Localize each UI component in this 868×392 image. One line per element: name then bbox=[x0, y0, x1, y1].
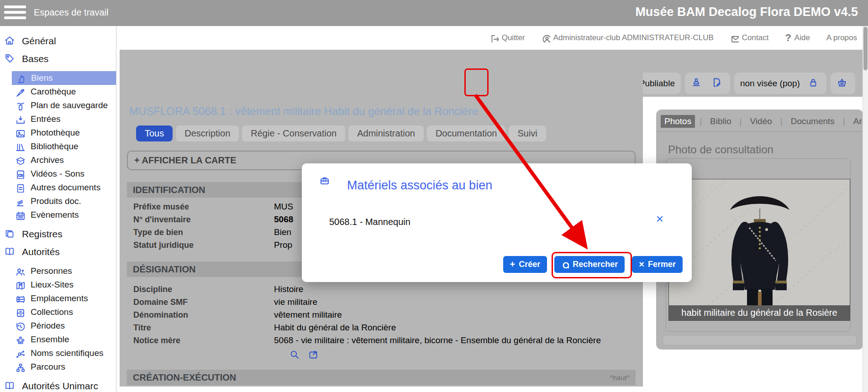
tab-tous[interactable]: Tous bbox=[136, 125, 173, 141]
search-icon bbox=[561, 261, 569, 268]
sign-document-icon[interactable] bbox=[711, 77, 724, 90]
basket-icon[interactable] bbox=[836, 77, 849, 90]
sidebar-item-personnes[interactable]: Personnes bbox=[12, 264, 116, 278]
about-link[interactable]: A propos bbox=[826, 33, 857, 42]
sidebar-item-lieux-sites[interactable]: Lieux-Sites bbox=[12, 278, 116, 292]
quit-link[interactable]: Quitter bbox=[490, 33, 525, 42]
stamp-icon[interactable] bbox=[691, 77, 704, 90]
tab-administration[interactable]: Administration bbox=[348, 125, 424, 141]
menu-icon[interactable] bbox=[4, 5, 26, 21]
sidebar-item-autorites-unimarc[interactable]: Autorités Unimarc bbox=[0, 377, 116, 392]
notice-mere-actions bbox=[289, 349, 320, 361]
workspace-label[interactable]: Espaces de travail bbox=[34, 7, 108, 18]
contact-link[interactable]: Contact bbox=[730, 33, 769, 42]
photo-caption: habit militaire du général de la Rosière bbox=[669, 305, 850, 320]
question-icon: ? bbox=[785, 32, 791, 44]
tab-suivi[interactable]: Suivi bbox=[509, 125, 546, 141]
tab-divider: | bbox=[740, 116, 742, 126]
app-title: Musée BAM Decalog Flora DEMO v4.5 bbox=[635, 5, 858, 19]
sidebar-item-periodes[interactable]: Périodes bbox=[12, 319, 116, 333]
field-row: Notice mère 5068 - vie militaire : vêtem… bbox=[133, 335, 601, 346]
sidebar-item-bases[interactable]: Bases bbox=[0, 50, 116, 68]
sidebar-item-entrees[interactable]: Entrées bbox=[12, 112, 116, 126]
sidebar-item-produits-doc[interactable]: Produits doc. bbox=[12, 194, 116, 208]
photo-frame[interactable]: habit militaire du général de la Rosière bbox=[668, 179, 850, 321]
sidebar-item-parcours[interactable]: Parcours bbox=[12, 360, 116, 374]
sidebar-item-plan-sauvegarde[interactable]: Plan de sauvegarde bbox=[12, 99, 116, 112]
create-button[interactable]: + Créer bbox=[503, 256, 547, 273]
sidebar-item-carotheque[interactable]: Carothèque bbox=[12, 85, 116, 99]
tab-documentation[interactable]: Documentation bbox=[427, 125, 506, 141]
sidebar-item-autres-documents[interactable]: Autres documents bbox=[12, 181, 116, 194]
calendar-icon bbox=[15, 210, 25, 220]
sidebar-item-emplacements[interactable]: Emplacements bbox=[12, 292, 116, 305]
lock-icon[interactable] bbox=[808, 77, 821, 90]
field-row: Statut juridique Prop bbox=[133, 240, 292, 251]
field-row: Préfixe musée MUS bbox=[133, 201, 293, 212]
mail-icon bbox=[730, 34, 739, 42]
registers-icon bbox=[4, 228, 16, 240]
page-scrollbar[interactable] bbox=[863, 26, 868, 392]
drawers-icon bbox=[15, 308, 25, 317]
tab-documents[interactable]: Documents bbox=[787, 115, 838, 128]
sidebar-item-biens[interactable]: Biens bbox=[12, 71, 116, 85]
tab-divider: | bbox=[843, 116, 845, 126]
people-icon bbox=[15, 267, 25, 276]
record-title: MUSFLORA 5068.1 : vêtement militaire Hab… bbox=[129, 105, 478, 118]
search-icon[interactable] bbox=[289, 349, 301, 361]
sidebar-item-phototheque[interactable]: Photothèque bbox=[12, 126, 116, 140]
tab-photos[interactable]: Photos bbox=[661, 115, 695, 128]
sidebar-item-evenements[interactable]: Evènements bbox=[12, 208, 116, 222]
material-list-item[interactable]: 5068.1 - Mannequin bbox=[329, 217, 410, 227]
contact-label: Contact bbox=[742, 33, 769, 42]
remove-item-icon[interactable]: × bbox=[656, 212, 663, 226]
molecule-icon bbox=[15, 349, 25, 358]
tab-video[interactable]: Vidéo bbox=[747, 115, 776, 128]
sidebar-item-bibliotheque[interactable]: Bibliothèque bbox=[12, 140, 116, 153]
sidebar-item-general[interactable]: Général bbox=[0, 32, 116, 50]
tab-description[interactable]: Description bbox=[176, 125, 239, 141]
image-icon bbox=[15, 128, 25, 138]
sidebar-item-collections[interactable]: Collections bbox=[12, 305, 116, 319]
tab-biblio[interactable]: Biblio bbox=[706, 115, 735, 128]
section-creation-execution: CRÉATION-EXÉCUTION ^haut^ bbox=[127, 370, 636, 385]
history-icon bbox=[15, 321, 25, 331]
shelf-icon bbox=[15, 294, 25, 303]
object-photo bbox=[669, 179, 850, 306]
modal-title: Matériels associés au bien bbox=[347, 178, 492, 193]
about-label: A propos bbox=[826, 33, 857, 42]
sidebar-item-ensemble[interactable]: Ensemble bbox=[12, 333, 116, 346]
cluster-icon bbox=[15, 335, 25, 345]
chess-knight-icon bbox=[16, 73, 25, 83]
field-row: Domaine SMF vie militaire bbox=[133, 297, 317, 308]
user-account-link[interactable]: Administrateur-club ADMINISTRATEUR-CLUB bbox=[542, 33, 714, 42]
top-anchor-link[interactable]: ^haut^ bbox=[610, 374, 630, 382]
tab-divider: | bbox=[700, 116, 702, 126]
help-link[interactable]: ? Aide bbox=[785, 32, 810, 44]
field-row: Type de bien Bien bbox=[133, 227, 291, 238]
home-icon bbox=[4, 35, 16, 47]
field-row: N° d'inventaire 5068 bbox=[133, 214, 293, 225]
sidebar-item-noms-scientifiques[interactable]: Noms scientifiques bbox=[12, 346, 116, 360]
carrot-icon bbox=[15, 87, 25, 97]
open-record-icon[interactable] bbox=[308, 349, 320, 361]
sidebar-item-videos-sons[interactable]: Vidéos - Sons bbox=[12, 167, 116, 181]
sidebar-item-autorites[interactable]: Autorités bbox=[0, 243, 116, 261]
close-button[interactable]: × Fermer bbox=[632, 256, 683, 273]
sidebar-item-archives[interactable]: Archives bbox=[12, 153, 116, 167]
briefcase-icon bbox=[319, 175, 339, 195]
open-book-icon bbox=[4, 380, 16, 392]
visa-text: non visée (pop) bbox=[740, 78, 800, 89]
scrollbar-thumb[interactable] bbox=[863, 27, 868, 70]
photo-section-heading: Photo de consultation bbox=[668, 143, 773, 156]
sidebar-item-registres[interactable]: Registres bbox=[0, 225, 116, 243]
open-book-icon bbox=[4, 246, 16, 258]
hierarchy-icon bbox=[15, 362, 25, 372]
search-button[interactable]: Rechercher bbox=[554, 256, 625, 273]
user-icon bbox=[542, 34, 550, 42]
extinguisher-icon bbox=[15, 101, 25, 110]
toolbar-group-basket bbox=[831, 73, 855, 94]
modal-header: Matériels associés au bien bbox=[319, 175, 492, 195]
record-tabs: Tous Description Régie - Conservation Ad… bbox=[136, 125, 546, 141]
tab-regie-conservation[interactable]: Régie - Conservation bbox=[242, 125, 345, 141]
